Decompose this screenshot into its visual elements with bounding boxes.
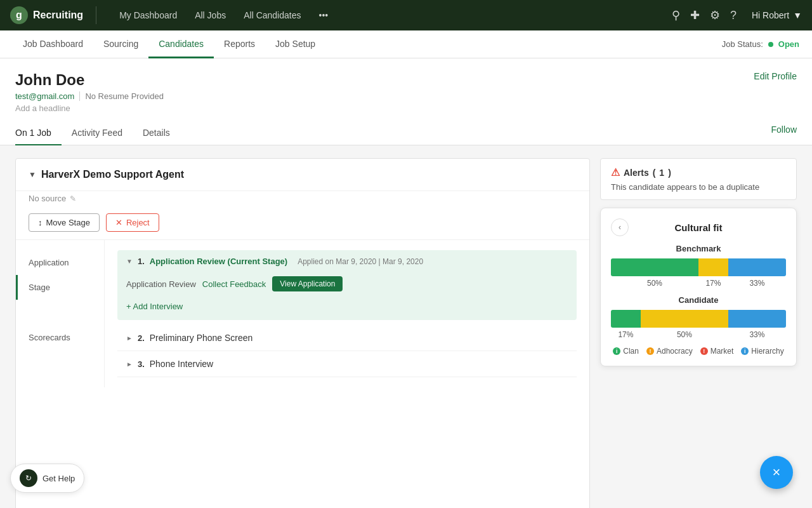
floating-btn-icon: ×: [773, 464, 781, 481]
stage-1-date: Applied on Mar 9, 2020 | Mar 9, 2020: [298, 257, 423, 266]
profile-tabs: On 1 Job Activity Feed Details Follow: [15, 121, 797, 145]
clan-label: Clan: [623, 347, 639, 356]
edit-source-icon[interactable]: ✎: [70, 194, 76, 203]
sub-nav-sourcing[interactable]: Sourcing: [93, 31, 148, 58]
chevron-down-icon: ▼: [793, 10, 802, 20]
stage-2-name: Preliminary Phone Screen: [150, 333, 253, 343]
sidebar-panel: ⚠ Alerts (1) This candidate appears to b…: [600, 158, 797, 508]
cultural-fit-card: ‹ Cultural fit Benchmark 50% 17% 33%: [600, 208, 797, 366]
stage-details: ▼ 1. Application Review (Current Stage) …: [105, 240, 589, 387]
adhocracy-dot: !: [646, 347, 654, 355]
floating-action-button[interactable]: ×: [760, 456, 793, 489]
reject-button[interactable]: ✕ Reject: [106, 213, 159, 232]
candidate-headline[interactable]: Add a headline: [15, 104, 164, 113]
edit-profile-button[interactable]: Edit Profile: [754, 71, 797, 81]
benchmark-yellow-pct: 17%: [698, 279, 728, 288]
card-prev-arrow[interactable]: ‹: [611, 218, 629, 236]
stage-3-num: 3.: [138, 359, 145, 369]
sub-nav: Job Dashboard Sourcing Candidates Report…: [0, 30, 812, 58]
tab-on-job[interactable]: On 1 Job: [15, 121, 62, 145]
stage-labels: Application Stage Scorecards: [16, 240, 105, 387]
stage-item-1-header[interactable]: ▼ 1. Application Review (Current Stage) …: [117, 250, 577, 272]
market-dot: !: [700, 347, 708, 355]
sub-nav-reports[interactable]: Reports: [214, 31, 265, 58]
hierarchy-label: Hierarchy: [751, 347, 783, 356]
stage-3-expand-icon: ►: [126, 361, 133, 368]
benchmark-blue-bar: [728, 258, 786, 276]
view-application-button[interactable]: View Application: [272, 276, 343, 291]
settings-icon[interactable]: ⚙: [710, 8, 720, 22]
nav-all-jobs[interactable]: All Jobs: [187, 6, 233, 24]
hierarchy-dot: i: [741, 347, 749, 355]
candidate-resume: No Resume Provided: [79, 91, 164, 101]
tab-details[interactable]: Details: [143, 121, 180, 145]
app-logo[interactable]: g Recruiting: [10, 6, 96, 24]
candidate-email[interactable]: test@gmail.com: [15, 91, 74, 101]
legend-adhocracy: ! Adhocracy: [646, 347, 693, 356]
benchmark-yellow-bar: [698, 258, 728, 276]
candidate-blue-pct: 33%: [728, 330, 786, 339]
benchmark-blue-pct: 33%: [728, 279, 786, 288]
nav-more[interactable]: •••: [311, 6, 336, 24]
scorecards-label: Scorecards: [16, 325, 104, 350]
stage-label: Stage: [16, 275, 104, 300]
top-nav-links: My Dashboard All Jobs All Candidates •••: [112, 6, 672, 24]
stage-item-3[interactable]: ► 3. Phone Interview: [117, 351, 577, 377]
legend-hierarchy: i Hierarchy: [741, 347, 783, 356]
status-dot: [768, 42, 773, 47]
status-value: Open: [778, 39, 799, 49]
candidate-yellow-bar: [641, 310, 728, 328]
application-label: Application: [16, 250, 104, 275]
alerts-count: (: [653, 168, 656, 178]
add-interview-link[interactable]: + Add Interview: [126, 302, 183, 311]
benchmark-chart: Benchmark 50% 17% 33%: [611, 244, 786, 288]
cultural-fit-title: Cultural fit: [629, 222, 768, 233]
stage-2-expand-icon: ►: [126, 335, 133, 342]
alerts-header: ⚠ Alerts (1): [611, 166, 786, 178]
tab-activity-feed[interactable]: Activity Feed: [72, 121, 133, 145]
benchmark-label: Benchmark: [611, 244, 786, 253]
sub-nav-job-setup[interactable]: Job Setup: [265, 31, 325, 58]
stage-3-name: Phone Interview: [150, 359, 213, 369]
chart-legend: i Clan ! Adhocracy ! Market i Hierarchy: [611, 347, 786, 356]
benchmark-labels: 50% 17% 33%: [611, 279, 786, 288]
legend-clan: i Clan: [613, 347, 639, 356]
stage-2-num: 2.: [138, 333, 145, 343]
job-header: ▼ HarverX Demo Support Agent: [16, 159, 589, 191]
move-stage-icon: ↕: [38, 218, 43, 227]
logo-icon: g: [10, 6, 28, 24]
alert-icon: ⚠: [611, 166, 620, 178]
nav-my-dashboard[interactable]: My Dashboard: [112, 6, 185, 24]
job-source: No source ✎: [16, 191, 589, 206]
job-expand-icon[interactable]: ▼: [29, 170, 36, 179]
move-stage-button[interactable]: ↕ Move Stage: [29, 213, 100, 232]
search-icon[interactable]: ⚲: [672, 8, 680, 22]
add-icon[interactable]: ✚: [690, 8, 700, 22]
candidate-label: Candidate: [611, 295, 786, 305]
job-title: HarverX Demo Support Agent: [41, 169, 184, 180]
job-actions: ↕ Move Stage ✕ Reject: [16, 206, 589, 240]
sub-nav-job-dashboard[interactable]: Job Dashboard: [13, 31, 93, 58]
get-help-button[interactable]: ↻ Get Help: [10, 464, 84, 493]
card-nav: ‹ Cultural fit: [611, 218, 786, 236]
candidate-green-bar: [611, 310, 641, 328]
stage-content: Application Stage Scorecards ▼ 1. Applic…: [16, 240, 589, 387]
benchmark-green-bar: [611, 258, 698, 276]
user-menu[interactable]: Hi Robert ▼: [752, 10, 802, 20]
nav-all-candidates[interactable]: All Candidates: [236, 6, 308, 24]
candidate-blue-bar: [728, 310, 786, 328]
benchmark-green-pct: 50%: [611, 279, 698, 288]
help-icon[interactable]: ?: [730, 9, 737, 22]
follow-button[interactable]: Follow: [771, 124, 797, 141]
stage-item-2[interactable]: ► 2. Preliminary Phone Screen: [117, 325, 577, 351]
sub-nav-candidates[interactable]: Candidates: [148, 31, 214, 58]
collect-feedback-link[interactable]: Collect Feedback: [202, 279, 266, 289]
stage-1-row: Application Review Collect Feedback View…: [126, 276, 568, 291]
legend-market: ! Market: [700, 347, 734, 356]
stage-1-body: Application Review Collect Feedback View…: [117, 272, 577, 320]
candidate-name: John Doe: [15, 71, 164, 89]
alerts-message: This candidate appears to be a duplicate: [611, 182, 786, 192]
clan-dot: i: [613, 347, 620, 355]
profile-header: John Doe test@gmail.com No Resume Provid…: [0, 58, 812, 145]
stage-1-expand-icon: ▼: [126, 258, 133, 265]
